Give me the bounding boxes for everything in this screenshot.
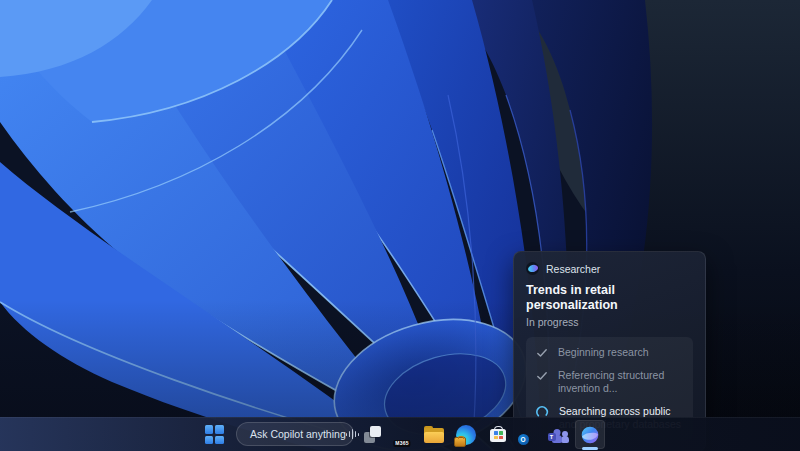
outlook-o-badge: O (518, 434, 529, 445)
taskbar-app-outlook[interactable]: O (515, 420, 543, 449)
search-placeholder-text: Ask Copilot anything (250, 428, 346, 440)
outlook-icon: O (520, 427, 539, 443)
research-step-completed: Beginning research (535, 346, 684, 359)
start-button[interactable] (200, 420, 228, 449)
research-task-title: Trends in retail personalization (526, 283, 693, 313)
research-status-text: In progress (526, 316, 693, 328)
taskbar-app-edge[interactable] (452, 420, 480, 449)
researcher-card-header: Researcher (526, 262, 693, 275)
task-view-icon (364, 426, 381, 443)
taskbar-app-file-explorer[interactable] (420, 420, 448, 449)
research-step-label: Beginning research (558, 346, 648, 359)
researcher-app-name: Researcher (546, 263, 600, 275)
m365-badge: M365 (393, 440, 410, 447)
checkmark-icon (535, 369, 548, 382)
teams-people-icon: T (548, 426, 569, 443)
taskbar-app-copilot-active[interactable] (575, 420, 605, 449)
research-step-completed: Referencing structured invention d... (535, 369, 684, 395)
task-view-button[interactable] (358, 420, 386, 449)
desktop-screen: Researcher Trends in retail personalizat… (0, 0, 800, 451)
taskbar-app-teams[interactable]: T (544, 420, 572, 449)
checkmark-icon (535, 346, 548, 359)
m365-copilot-icon: M365 (392, 424, 413, 445)
folder-icon (424, 426, 444, 443)
researcher-agent-icon (526, 262, 539, 275)
taskbar: Ask Copilot anything M365 (0, 417, 800, 451)
work-briefcase-badge-icon (454, 437, 466, 447)
copilot-search-box[interactable]: Ask Copilot anything (236, 422, 354, 446)
research-step-label: Referencing structured invention d... (558, 369, 684, 395)
edge-browser-icon (456, 425, 476, 445)
taskbar-app-microsoft-store[interactable] (484, 420, 512, 449)
copilot-sphere-icon (580, 425, 600, 445)
active-app-underline-indicator (582, 447, 598, 450)
windows-logo-icon (205, 425, 224, 444)
teams-t-badge: T (548, 433, 556, 441)
store-bag-icon (489, 426, 507, 444)
taskbar-app-m365-copilot[interactable]: M365 (388, 420, 416, 449)
